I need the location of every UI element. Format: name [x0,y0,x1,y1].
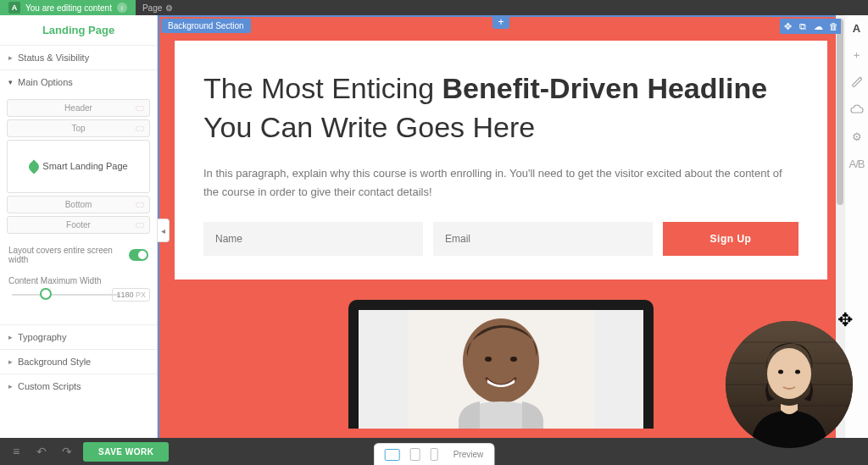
chevron-down-icon: ▾ [8,78,13,86]
max-width-row: Content Maximum Width 1180 PX [0,271,157,309]
signup-form: Sign Up [203,222,798,256]
settings-icon[interactable]: ⚙ [849,129,865,144]
leaf-icon [27,160,42,174]
add-icon[interactable]: ＋ [849,47,865,63]
move-cursor-icon: ✥ [837,309,853,331]
headline-part1: The Most Enticing [203,72,442,104]
svg-point-3 [136,223,144,228]
ab-test-icon[interactable]: A/B [849,156,865,171]
device-frame [348,300,654,429]
editing-label: You are editing content [25,3,112,13]
app-logo-badge: A [8,2,20,14]
device-mockup[interactable] [348,300,654,429]
panel-custom-scripts[interactable]: ▸ Custom Scripts [0,374,157,398]
cloud-icon[interactable] [849,102,865,117]
delete-icon[interactable]: 🗑 [826,19,841,34]
panel-label: Typography [18,332,66,342]
width-value: 1180 [116,291,133,299]
brush-icon[interactable] [849,75,865,90]
left-sidebar: Landing Page ▸ Status & Visibility ▾ Mai… [0,15,158,438]
person-illustration [408,310,594,429]
slider-knob[interactable] [40,288,52,300]
layout-top[interactable]: Top [7,119,150,137]
panel-label: Custom Scripts [18,381,81,391]
email-input[interactable] [433,222,653,256]
layout-center[interactable]: Smart Landing Page [7,140,150,193]
move-icon[interactable]: ✥ [780,19,795,34]
layout-label: Footer [66,220,91,230]
phone-view-button[interactable] [431,448,438,461]
svg-point-7 [510,357,517,362]
chevron-right-icon: ▸ [8,333,13,341]
layout-footer[interactable]: Footer [7,216,150,234]
tablet-view-button[interactable] [410,448,420,461]
menu-icon[interactable]: ≡ [7,442,25,461]
toggle-label: Layout covers entire screen width [8,246,129,264]
section-tag[interactable]: Background Section [161,19,251,33]
fullwidth-toggle-row: Layout covers entire screen width [0,239,157,271]
panel-label: Background Style [18,357,91,367]
width-unit: PX [136,291,146,299]
top-bar: A You are editing content i Page ⚙ [0,0,868,15]
layout-label: Bottom [65,200,92,209]
panel-status-visibility[interactable]: ▸ Status & Visibility [0,45,157,69]
page-label: Page [142,3,162,13]
chevron-right-icon: ▸ [8,382,13,390]
svg-point-13 [767,348,811,399]
redo-button[interactable]: ↷ [58,442,76,461]
svg-point-6 [485,357,492,362]
desktop-view-button[interactable] [385,449,400,461]
gear-icon[interactable]: ⚙ [165,3,173,13]
svg-point-2 [136,202,144,208]
layout-bottom[interactable]: Bottom [7,196,150,213]
headline[interactable]: The Most Enticing Benefit-Driven Headlin… [203,69,798,147]
duplicate-icon[interactable]: ⧉ [795,19,810,34]
visibility-icon[interactable] [136,202,144,208]
layout-label: Header [64,103,92,113]
svg-point-15 [795,370,800,374]
visibility-icon[interactable] [136,126,144,131]
headline-part2: You Can Write Goes Here [203,111,535,143]
preview-link[interactable]: Preview [453,450,484,459]
add-section-button[interactable]: + [492,15,509,29]
signup-button[interactable]: Sign Up [663,222,798,256]
section-toolbar: ✥ ⧉ ☁ 🗑 [780,19,841,34]
headline-bold: Benefit-Driven Headline [442,72,768,104]
chevron-right-icon: ▸ [8,357,13,366]
page-crumb[interactable]: Page ⚙ [136,3,180,13]
layout-header[interactable]: Header [7,99,150,117]
width-value-box[interactable]: 1180 PX [112,288,150,302]
layout-selector: Header Top Smart Landing Page Bottom Foo… [0,94,157,239]
panel-background-style[interactable]: ▸ Background Style [0,349,157,374]
save-icon[interactable]: ☁ [810,19,826,34]
name-input[interactable] [203,222,423,256]
svg-point-0 [136,106,144,111]
panel-label: Main Options [18,77,73,87]
collapse-sidebar-tab[interactable]: ◂ [158,219,170,242]
slider-label: Content Maximum Width [8,276,148,285]
layout-label: Top [71,124,85,133]
visibility-icon[interactable] [136,106,144,111]
content-card[interactable]: The Most Enticing Benefit-Driven Headlin… [175,41,827,280]
info-icon[interactable]: i [117,3,127,13]
save-work-button[interactable]: SAVE WORK [83,442,169,462]
panel-main-options[interactable]: ▾ Main Options [0,69,157,94]
svg-point-14 [778,370,783,374]
visibility-icon[interactable] [136,223,144,228]
presenter-webcam[interactable] [726,321,853,448]
panel-label: Status & Visibility [18,53,89,63]
device-preview-switcher: Preview [374,443,495,465]
paragraph[interactable]: In this paragraph, explain why this cour… [203,164,798,202]
sidebar-title: Landing Page [0,15,157,45]
fullwidth-toggle[interactable] [129,249,148,261]
layout-label: Smart Landing Page [42,161,127,171]
panel-typography[interactable]: ▸ Typography [0,324,157,349]
svg-point-5 [463,318,539,403]
device-screen [359,310,643,429]
width-slider[interactable] [12,294,120,296]
chevron-right-icon: ▸ [8,53,13,62]
brand-icon[interactable]: A [849,20,865,36]
scrollbar-thumb[interactable] [837,19,843,205]
undo-button[interactable]: ↶ [32,442,51,461]
presenter-illustration [726,321,853,448]
